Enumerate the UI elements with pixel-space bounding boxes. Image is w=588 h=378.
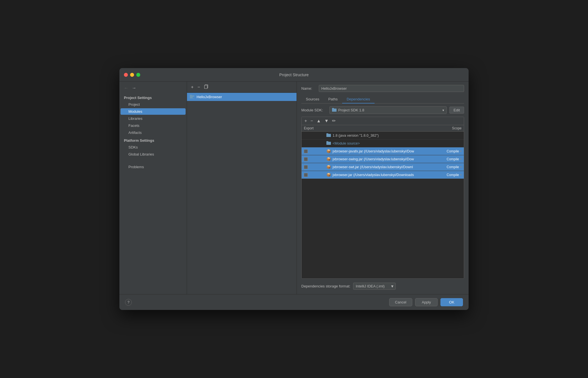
module-item-hello-jx-browser[interactable]: HelloJxBrowser [187, 93, 297, 101]
storage-row: Dependencies storage format: IntelliJ ID… [301, 282, 464, 291]
scope-header: Scope [433, 126, 462, 130]
dep-scope-text-swt: Compile [447, 165, 459, 169]
dep-row-jxbrowser-swing[interactable]: 📦 jxbrowser-swing.jar (/Users/vladyslav.… [302, 155, 464, 163]
scope-chevron-jxbrowser[interactable]: ▾ [460, 173, 462, 176]
deps-toolbar: + − ▲ ▼ ✏ [302, 117, 464, 125]
remove-module-button[interactable]: − [196, 84, 201, 90]
svg-rect-4 [193, 97, 194, 98]
main-content: ← → Project Settings Project Modules Lib… [119, 82, 469, 294]
cancel-button[interactable]: Cancel [389, 298, 412, 306]
storage-select[interactable]: IntelliJ IDEA (.iml) Eclipse (.classpath… [353, 283, 396, 290]
storage-label: Dependencies storage format: [301, 284, 350, 288]
scope-chevron-swt[interactable]: ▾ [460, 165, 462, 168]
right-panel: + − [187, 82, 469, 294]
forward-arrow[interactable]: → [131, 85, 137, 91]
apply-button[interactable]: Apply [415, 298, 438, 306]
move-up-dep-button[interactable]: ▲ [315, 118, 322, 124]
move-down-dep-button[interactable]: ▼ [323, 118, 330, 124]
sidebar: ← → Project Settings Project Modules Lib… [119, 82, 187, 294]
sdk-folder-icon [332, 108, 337, 112]
window-title: Project Structure [279, 73, 309, 77]
tab-sources[interactable]: Sources [301, 95, 324, 104]
titlebar: Project Structure [119, 68, 469, 82]
dep-name-jxbrowser: jxbrowser.jar (/Users/vladyslav.lubensky… [333, 173, 414, 177]
sidebar-item-global-libraries[interactable]: Global Libraries [121, 151, 186, 158]
platform-settings-header: Platform Settings [119, 136, 187, 144]
module-name: HelloJxBrowser [197, 95, 222, 99]
tab-dependencies[interactable]: Dependencies [342, 95, 375, 104]
sidebar-item-artifacts[interactable]: Artifacts [121, 129, 186, 136]
dep-row-jxbrowser-swt[interactable]: 📦 jxbrowser-swt.jar (/Users/vladyslav.lu… [302, 163, 464, 171]
sidebar-item-modules[interactable]: Modules [121, 108, 186, 115]
dep-name-area-jxbrowser: 📦 jxbrowser.jar (/Users/vladyslav.lubens… [326, 173, 433, 177]
dep-checkbox-swing[interactable] [304, 157, 308, 161]
name-label: Name: [301, 86, 315, 91]
dep-row-jxbrowser-javafx[interactable]: 📦 jxbrowser-javafx.jar (/Users/vladyslav… [302, 147, 464, 155]
dep-checkbox-swt[interactable] [304, 165, 308, 169]
add-module-button[interactable]: + [190, 84, 195, 90]
sidebar-item-facets[interactable]: Facets [121, 122, 186, 129]
deps-table-body: 1.8 (java version "1.8.0_382") [302, 132, 464, 278]
scope-chevron-javafx[interactable]: ▾ [460, 150, 462, 153]
maximize-button[interactable] [136, 73, 140, 77]
edit-dep-button[interactable]: ✏ [331, 118, 337, 124]
dep-row-module-source[interactable]: <Module source> [302, 140, 464, 147]
details-panel: Name: Sources Paths Dependencies Module … [297, 82, 469, 294]
ok-button[interactable]: OK [440, 298, 463, 306]
jar-icon-swt: 📦 [326, 165, 331, 169]
sdk-select[interactable]: Project SDK 1.8 ▾ [329, 106, 447, 114]
sidebar-item-problems[interactable]: Problems [121, 164, 186, 170]
dep-checkbox-jxbrowser[interactable] [304, 173, 308, 177]
sidebar-item-artifacts-label: Artifacts [128, 130, 142, 135]
dep-name-area-module-source: <Module source> [326, 141, 433, 146]
copy-icon [204, 84, 209, 89]
bottom-bar: ? Cancel Apply OK [119, 294, 469, 310]
sidebar-item-sdks[interactable]: SDKs [121, 144, 186, 150]
name-input[interactable] [319, 85, 464, 92]
dep-name-area-jdk: 1.8 (java version "1.8.0_382") [326, 133, 433, 138]
tabs-row: Sources Paths Dependencies [301, 95, 464, 104]
module-list: HelloJxBrowser [187, 93, 297, 294]
sidebar-item-modules-label: Modules [128, 109, 142, 114]
dep-checkbox-javafx[interactable] [304, 149, 308, 153]
sidebar-item-project[interactable]: Project [121, 101, 186, 108]
back-arrow[interactable]: ← [123, 85, 130, 91]
sidebar-item-problems-label: Problems [128, 165, 144, 169]
sidebar-item-global-libraries-label: Global Libraries [128, 152, 154, 156]
traffic-lights [124, 73, 140, 77]
dep-scope-swt: Compile ▾ [433, 165, 462, 169]
dep-name-swt: jxbrowser-swt.jar (/Users/vladyslav.lube… [333, 165, 413, 169]
dep-checkbox-area-swt [304, 165, 326, 169]
add-dep-button[interactable]: + [303, 118, 308, 124]
dep-row-jdk[interactable]: 1.8 (java version "1.8.0_382") [302, 132, 464, 140]
dep-name-jdk: 1.8 (java version "1.8.0_382") [333, 134, 379, 138]
sdk-value: Project SDK 1.8 [338, 108, 364, 112]
tab-paths[interactable]: Paths [324, 95, 342, 104]
dep-scope-text-javafx: Compile [447, 149, 459, 153]
svg-rect-7 [326, 134, 331, 137]
dep-name-area-swing: 📦 jxbrowser-swing.jar (/Users/vladyslav.… [326, 157, 433, 161]
dep-row-jxbrowser[interactable]: 📦 jxbrowser.jar (/Users/vladyslav.lubens… [302, 171, 464, 179]
remove-dep-button[interactable]: − [309, 118, 314, 124]
dep-checkbox-area-jxbrowser [304, 173, 326, 177]
help-button[interactable]: ? [125, 299, 132, 306]
sidebar-item-libraries[interactable]: Libraries [121, 115, 186, 122]
svg-rect-5 [332, 109, 337, 112]
sdk-select-content: Project SDK 1.8 [332, 108, 364, 112]
copy-module-button[interactable] [203, 84, 210, 90]
dep-scope-jxbrowser: Compile ▾ [433, 173, 462, 177]
jdk-folder-icon [326, 133, 331, 138]
dep-name-module-source: <Module source> [333, 141, 360, 145]
module-toolbar: + − [187, 82, 297, 93]
sidebar-item-sdks-label: SDKs [128, 145, 138, 149]
sidebar-nav: ← → [119, 84, 187, 93]
jar-icon-javafx: 📦 [326, 149, 331, 153]
dep-name-area-javafx: 📦 jxbrowser-javafx.jar (/Users/vladyslav… [326, 149, 433, 153]
svg-rect-8 [326, 133, 328, 134]
close-button[interactable] [124, 73, 128, 77]
dep-checkbox-area-javafx [304, 149, 326, 153]
scope-chevron-swing[interactable]: ▾ [460, 158, 462, 161]
module-panel: + − [187, 82, 297, 294]
edit-sdk-button[interactable]: Edit [449, 107, 464, 114]
minimize-button[interactable] [130, 73, 134, 77]
